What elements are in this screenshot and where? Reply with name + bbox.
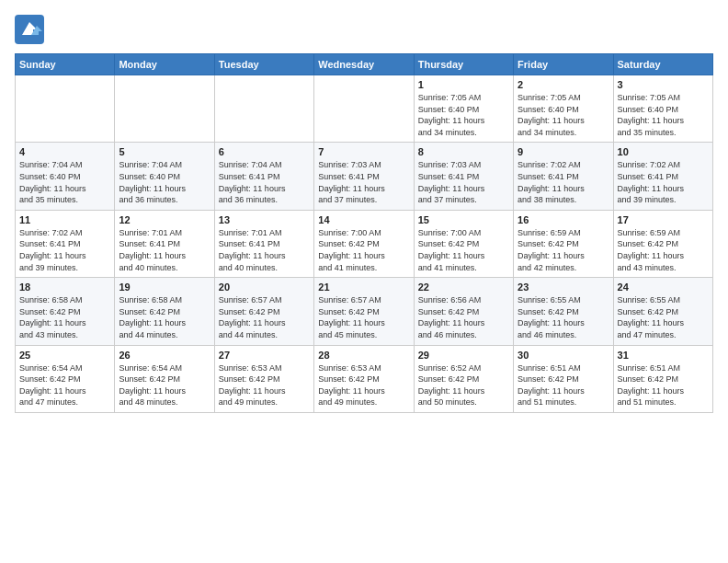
day-info: Sunrise: 7:02 AM Sunset: 6:41 PM Dayligh… xyxy=(618,159,709,205)
day-number: 10 xyxy=(618,146,709,157)
day-number: 17 xyxy=(618,214,709,225)
calendar-cell: 21Sunrise: 6:57 AM Sunset: 6:42 PM Dayli… xyxy=(314,278,414,345)
calendar-cell: 23Sunrise: 6:55 AM Sunset: 6:42 PM Dayli… xyxy=(514,278,613,345)
calendar-cell: 10Sunrise: 7:02 AM Sunset: 6:41 PM Dayli… xyxy=(613,143,712,210)
day-info: Sunrise: 7:04 AM Sunset: 6:40 PM Dayligh… xyxy=(19,159,110,205)
day-header: Saturday xyxy=(613,54,712,75)
day-number: 16 xyxy=(518,214,609,225)
calendar-week-row: 11Sunrise: 7:02 AM Sunset: 6:41 PM Dayli… xyxy=(16,210,713,277)
day-info: Sunrise: 7:05 AM Sunset: 6:40 PM Dayligh… xyxy=(518,92,609,138)
day-header: Sunday xyxy=(16,54,115,75)
day-number: 2 xyxy=(518,79,609,90)
calendar-cell: 28Sunrise: 6:53 AM Sunset: 6:42 PM Dayli… xyxy=(314,345,414,412)
calendar-cell: 14Sunrise: 7:00 AM Sunset: 6:42 PM Dayli… xyxy=(314,210,414,277)
day-info: Sunrise: 7:03 AM Sunset: 6:41 PM Dayligh… xyxy=(318,159,409,205)
calendar-week-row: 25Sunrise: 6:54 AM Sunset: 6:42 PM Dayli… xyxy=(16,345,713,412)
day-number: 14 xyxy=(318,214,409,225)
day-info: Sunrise: 6:57 AM Sunset: 6:42 PM Dayligh… xyxy=(318,294,409,340)
calendar: SundayMondayTuesdayWednesdayThursdayFrid… xyxy=(15,53,713,413)
day-info: Sunrise: 6:52 AM Sunset: 6:42 PM Dayligh… xyxy=(418,362,509,408)
day-info: Sunrise: 6:55 AM Sunset: 6:42 PM Dayligh… xyxy=(518,294,609,340)
calendar-cell: 13Sunrise: 7:01 AM Sunset: 6:41 PM Dayli… xyxy=(214,210,313,277)
day-number: 7 xyxy=(318,146,409,157)
day-number: 21 xyxy=(318,282,409,293)
day-number: 15 xyxy=(418,214,509,225)
calendar-cell: 24Sunrise: 6:55 AM Sunset: 6:42 PM Dayli… xyxy=(613,278,712,345)
day-info: Sunrise: 6:53 AM Sunset: 6:42 PM Dayligh… xyxy=(318,362,409,408)
calendar-cell: 7Sunrise: 7:03 AM Sunset: 6:41 PM Daylig… xyxy=(314,143,414,210)
calendar-cell: 29Sunrise: 6:52 AM Sunset: 6:42 PM Dayli… xyxy=(414,345,513,412)
day-header: Friday xyxy=(514,54,613,75)
calendar-cell: 17Sunrise: 6:59 AM Sunset: 6:42 PM Dayli… xyxy=(613,210,712,277)
day-number: 18 xyxy=(19,282,110,293)
calendar-header-row: SundayMondayTuesdayWednesdayThursdayFrid… xyxy=(16,54,713,75)
day-number: 13 xyxy=(219,214,310,225)
day-number: 27 xyxy=(219,350,310,361)
calendar-cell xyxy=(115,75,214,143)
day-number: 28 xyxy=(318,350,409,361)
calendar-cell: 5Sunrise: 7:04 AM Sunset: 6:40 PM Daylig… xyxy=(115,143,214,210)
day-info: Sunrise: 7:01 AM Sunset: 6:41 PM Dayligh… xyxy=(219,227,310,273)
page-header xyxy=(15,15,713,44)
day-number: 19 xyxy=(119,282,210,293)
calendar-cell: 26Sunrise: 6:54 AM Sunset: 6:42 PM Dayli… xyxy=(115,345,214,412)
day-info: Sunrise: 7:04 AM Sunset: 6:41 PM Dayligh… xyxy=(219,159,310,205)
calendar-cell: 30Sunrise: 6:51 AM Sunset: 6:42 PM Dayli… xyxy=(514,345,613,412)
day-info: Sunrise: 7:00 AM Sunset: 6:42 PM Dayligh… xyxy=(418,227,509,273)
calendar-cell: 31Sunrise: 6:51 AM Sunset: 6:42 PM Dayli… xyxy=(613,345,712,412)
day-number: 12 xyxy=(119,214,210,225)
calendar-cell xyxy=(16,75,115,143)
day-number: 11 xyxy=(19,214,110,225)
calendar-cell: 20Sunrise: 6:57 AM Sunset: 6:42 PM Dayli… xyxy=(214,278,313,345)
calendar-week-row: 1Sunrise: 7:05 AM Sunset: 6:40 PM Daylig… xyxy=(16,75,713,143)
day-number: 4 xyxy=(19,146,110,157)
day-header: Monday xyxy=(115,54,214,75)
calendar-cell: 9Sunrise: 7:02 AM Sunset: 6:41 PM Daylig… xyxy=(514,143,613,210)
calendar-cell: 6Sunrise: 7:04 AM Sunset: 6:41 PM Daylig… xyxy=(214,143,313,210)
day-number: 8 xyxy=(418,146,509,157)
day-number: 24 xyxy=(618,282,709,293)
day-info: Sunrise: 6:51 AM Sunset: 6:42 PM Dayligh… xyxy=(618,362,709,408)
calendar-cell: 8Sunrise: 7:03 AM Sunset: 6:41 PM Daylig… xyxy=(414,143,513,210)
calendar-cell xyxy=(314,75,414,143)
calendar-cell: 15Sunrise: 7:00 AM Sunset: 6:42 PM Dayli… xyxy=(414,210,513,277)
day-info: Sunrise: 6:56 AM Sunset: 6:42 PM Dayligh… xyxy=(418,294,509,340)
day-info: Sunrise: 6:59 AM Sunset: 6:42 PM Dayligh… xyxy=(618,227,709,273)
calendar-cell: 12Sunrise: 7:01 AM Sunset: 6:41 PM Dayli… xyxy=(115,210,214,277)
calendar-cell: 25Sunrise: 6:54 AM Sunset: 6:42 PM Dayli… xyxy=(16,345,115,412)
day-number: 9 xyxy=(518,146,609,157)
day-info: Sunrise: 7:00 AM Sunset: 6:42 PM Dayligh… xyxy=(318,227,409,273)
day-info: Sunrise: 7:04 AM Sunset: 6:40 PM Dayligh… xyxy=(119,159,210,205)
calendar-cell: 1Sunrise: 7:05 AM Sunset: 6:40 PM Daylig… xyxy=(414,75,513,143)
day-info: Sunrise: 6:58 AM Sunset: 6:42 PM Dayligh… xyxy=(19,294,110,340)
calendar-cell: 3Sunrise: 7:05 AM Sunset: 6:40 PM Daylig… xyxy=(613,75,712,143)
day-info: Sunrise: 6:57 AM Sunset: 6:42 PM Dayligh… xyxy=(219,294,310,340)
day-number: 22 xyxy=(418,282,509,293)
calendar-cell: 2Sunrise: 7:05 AM Sunset: 6:40 PM Daylig… xyxy=(514,75,613,143)
day-info: Sunrise: 7:02 AM Sunset: 6:41 PM Dayligh… xyxy=(19,227,110,273)
day-number: 5 xyxy=(119,146,210,157)
day-info: Sunrise: 7:05 AM Sunset: 6:40 PM Dayligh… xyxy=(618,92,709,138)
calendar-cell: 4Sunrise: 7:04 AM Sunset: 6:40 PM Daylig… xyxy=(16,143,115,210)
day-info: Sunrise: 7:01 AM Sunset: 6:41 PM Dayligh… xyxy=(119,227,210,273)
day-info: Sunrise: 6:58 AM Sunset: 6:42 PM Dayligh… xyxy=(119,294,210,340)
day-info: Sunrise: 7:05 AM Sunset: 6:40 PM Dayligh… xyxy=(418,92,509,138)
calendar-week-row: 18Sunrise: 6:58 AM Sunset: 6:42 PM Dayli… xyxy=(16,278,713,345)
calendar-cell: 19Sunrise: 6:58 AM Sunset: 6:42 PM Dayli… xyxy=(115,278,214,345)
day-info: Sunrise: 6:54 AM Sunset: 6:42 PM Dayligh… xyxy=(119,362,210,408)
day-info: Sunrise: 7:02 AM Sunset: 6:41 PM Dayligh… xyxy=(518,159,609,205)
calendar-cell: 11Sunrise: 7:02 AM Sunset: 6:41 PM Dayli… xyxy=(16,210,115,277)
day-number: 29 xyxy=(418,350,509,361)
day-number: 23 xyxy=(518,282,609,293)
calendar-week-row: 4Sunrise: 7:04 AM Sunset: 6:40 PM Daylig… xyxy=(16,143,713,210)
day-info: Sunrise: 6:51 AM Sunset: 6:42 PM Dayligh… xyxy=(518,362,609,408)
day-number: 6 xyxy=(219,146,310,157)
day-number: 3 xyxy=(618,79,709,90)
day-number: 26 xyxy=(119,350,210,361)
day-info: Sunrise: 6:53 AM Sunset: 6:42 PM Dayligh… xyxy=(219,362,310,408)
day-info: Sunrise: 6:55 AM Sunset: 6:42 PM Dayligh… xyxy=(618,294,709,340)
day-header: Wednesday xyxy=(314,54,414,75)
day-number: 1 xyxy=(418,79,509,90)
logo xyxy=(15,15,48,44)
day-header: Thursday xyxy=(414,54,513,75)
